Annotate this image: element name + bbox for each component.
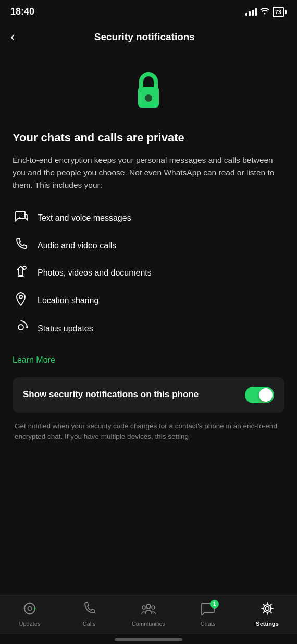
feature-item-calls: Audio and video calls xyxy=(13,232,284,259)
nav-item-chats[interactable]: 1 Chats xyxy=(178,600,238,629)
settings-icon xyxy=(261,602,274,618)
lock-icon-container xyxy=(13,65,284,130)
feature-text-photos: Photos, videos and documents xyxy=(38,268,152,278)
feature-text-location: Location sharing xyxy=(38,296,98,305)
svg-point-8 xyxy=(28,607,32,611)
chats-nav-icon: 1 xyxy=(201,602,215,618)
lock-icon xyxy=(128,70,169,116)
nav-label-calls: Calls xyxy=(83,621,95,627)
status-bar: 18:40 73 xyxy=(0,0,297,21)
messages-icon xyxy=(13,209,29,227)
toggle-knob xyxy=(259,388,273,402)
battery-icon: 73 xyxy=(273,7,287,17)
wifi-icon xyxy=(260,7,269,17)
feature-item-messages: Text and voice messages xyxy=(13,204,284,232)
svg-point-1 xyxy=(145,94,152,102)
feature-item-photos: Photos, videos and documents xyxy=(13,259,284,287)
updates-icon xyxy=(23,602,36,618)
notification-description: Get notified when your security code cha… xyxy=(13,421,284,453)
nav-item-communities[interactable]: Communities xyxy=(119,600,178,629)
bottom-nav: Updates Calls Communities xyxy=(0,595,297,634)
svg-point-14 xyxy=(142,606,145,609)
nav-label-communities: Communities xyxy=(132,621,165,627)
nav-item-updates[interactable]: Updates xyxy=(0,600,59,629)
home-indicator xyxy=(0,634,297,644)
communities-icon xyxy=(141,602,156,618)
svg-point-5 xyxy=(18,325,23,330)
photos-icon xyxy=(13,265,29,281)
nav-label-chats: Chats xyxy=(201,621,216,627)
svg-point-7 xyxy=(24,603,35,614)
feature-text-messages: Text and voice messages xyxy=(38,213,131,223)
signal-icon xyxy=(245,8,257,16)
feature-list: Text and voice messages Audio and video … xyxy=(13,204,284,343)
page-title: Security notifications xyxy=(21,31,268,43)
nav-item-calls[interactable]: Calls xyxy=(59,600,119,629)
nav-label-settings: Settings xyxy=(256,621,278,627)
location-icon xyxy=(13,292,29,309)
calls-nav-icon xyxy=(82,602,96,618)
content-area: Your chats and calls are private End-to-… xyxy=(0,54,297,595)
svg-point-2 xyxy=(23,266,26,269)
description-text: End-to-end encryption keeps your persona… xyxy=(13,154,284,192)
nav-label-updates: Updates xyxy=(19,621,41,627)
feature-item-location: Location sharing xyxy=(13,287,284,315)
svg-point-12 xyxy=(24,608,26,610)
svg-point-16 xyxy=(266,607,269,611)
top-nav: ‹ Security notifications xyxy=(0,21,297,54)
feature-text-status: Status updates xyxy=(38,324,93,333)
back-button[interactable]: ‹ xyxy=(8,27,21,47)
home-bar xyxy=(115,638,182,641)
security-notifications-card: Show security notifications on this phon… xyxy=(13,377,284,413)
security-notifications-toggle[interactable] xyxy=(245,387,274,403)
learn-more-link[interactable]: Learn More xyxy=(13,355,55,365)
toggle-label: Show security notifications on this phon… xyxy=(23,389,199,401)
svg-point-13 xyxy=(146,604,151,609)
status-icon xyxy=(13,320,29,338)
svg-point-4 xyxy=(19,295,22,299)
feature-item-status: Status updates xyxy=(13,315,284,343)
nav-item-settings[interactable]: Settings xyxy=(238,600,297,629)
svg-point-11 xyxy=(29,613,31,615)
main-heading: Your chats and calls are private xyxy=(13,130,284,146)
status-icons: 73 xyxy=(245,7,287,17)
battery-level: 73 xyxy=(275,9,281,15)
svg-point-9 xyxy=(29,603,31,604)
svg-point-10 xyxy=(34,608,36,610)
calls-icon xyxy=(13,237,29,254)
svg-point-15 xyxy=(152,606,155,609)
svg-point-6 xyxy=(26,326,28,328)
status-time: 18:40 xyxy=(10,6,34,17)
chats-badge: 1 xyxy=(210,600,219,609)
feature-text-calls: Audio and video calls xyxy=(38,241,116,251)
svg-point-17 xyxy=(264,605,271,612)
